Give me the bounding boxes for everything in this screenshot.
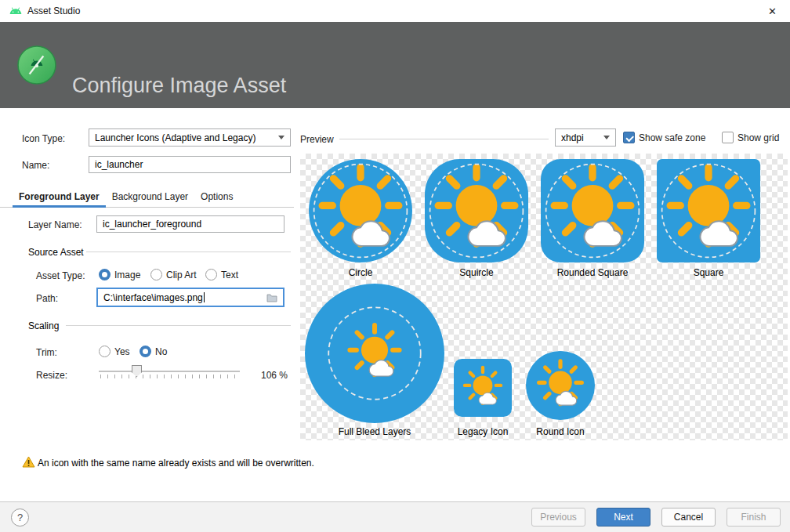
previous-button[interactable]: Previous [531, 508, 585, 527]
preview-tile-label: Round Icon [536, 426, 584, 437]
android-studio-logo-icon [17, 45, 56, 88]
resize-label: Resize: [36, 370, 67, 381]
tab-foreground-layer[interactable]: Foreground Layer [13, 186, 106, 208]
separator-line [66, 325, 291, 326]
layer-name-value: ic_launcher_foreground [103, 219, 201, 230]
scaling-section-label: Scaling [28, 320, 59, 331]
chevron-down-icon [278, 136, 284, 139]
radio-label: Image [114, 270, 140, 280]
path-label: Path: [36, 293, 58, 304]
button-row: Previous Next Cancel Finish [531, 508, 781, 527]
source-asset-section-label: Source Asset [28, 247, 84, 258]
text-caret [204, 292, 205, 302]
window-title: Asset Studio [27, 5, 80, 16]
preview-tile-label: Full Bleed Layers [339, 426, 411, 437]
full-bleed-icon-preview [305, 284, 444, 423]
checkbox-icon [722, 132, 734, 143]
warning-icon [22, 456, 35, 471]
radio-icon [205, 269, 217, 280]
legacy-icon-preview [454, 359, 512, 417]
layer-name-input[interactable]: ic_launcher_foreground [96, 215, 284, 233]
icon-type-dropdown[interactable]: Launcher Icons (Adaptive and Legacy) [89, 128, 291, 147]
preview-tile-square: Square [657, 159, 760, 278]
tab-options[interactable]: Options [194, 186, 239, 208]
adaptive-icon-squircle-preview [425, 159, 528, 262]
trim-label: Trim: [36, 347, 57, 358]
footer-bar: ? Previous Next Cancel Finish [0, 501, 790, 532]
radio-label: No [155, 346, 167, 357]
slider-track [99, 371, 240, 372]
title-bar: Asset Studio ✕ [0, 0, 790, 22]
next-button[interactable]: Next [596, 508, 650, 527]
preview-tile-label: Circle [349, 267, 373, 278]
radio-label: Clip Art [166, 270, 197, 280]
cancel-button[interactable]: Cancel [661, 508, 716, 527]
slider-ticks [100, 375, 240, 378]
preview-label: Preview [300, 134, 334, 145]
radio-icon [150, 269, 162, 280]
radio-selected-icon [99, 269, 111, 280]
radio-icon [99, 346, 111, 357]
asset-type-radio-clipart[interactable]: Clip Art [150, 269, 197, 280]
density-value: xhdpi [561, 132, 599, 143]
preview-tile-label: Legacy Icon [458, 426, 509, 437]
checkbox-label: Show safe zone [639, 132, 705, 143]
browse-folder-button[interactable] [264, 291, 280, 304]
radio-label: Yes [114, 346, 130, 357]
trim-radio-no[interactable]: No [140, 346, 167, 357]
icon-type-value: Launcher Icons (Adaptive and Legacy) [95, 132, 274, 143]
adaptive-icon-square-preview [657, 159, 760, 262]
tab-background-layer[interactable]: Background Layer [106, 186, 194, 208]
density-dropdown[interactable]: xhdpi [555, 128, 616, 147]
resize-value: 106 % [261, 370, 288, 381]
layer-tabs: Foreground Layer Background Layer Option… [0, 186, 294, 208]
name-label: Name: [22, 160, 49, 171]
adaptive-icon-rounded-square-preview [541, 159, 644, 262]
help-icon: ? [17, 512, 23, 523]
close-button[interactable]: ✕ [755, 0, 790, 22]
asset-studio-dialog: Asset Studio ✕ Configure Image Asset Ico… [0, 0, 790, 532]
android-icon [9, 5, 22, 17]
help-button[interactable]: ? [11, 508, 29, 527]
name-input[interactable]: ic_launcher [89, 156, 291, 173]
layer-name-label: Layer Name: [28, 219, 82, 230]
checkbox-label: Show grid [737, 132, 779, 143]
finish-button[interactable]: Finish [727, 508, 781, 527]
preview-tile-rounded-square: Rounded Square [541, 159, 644, 278]
folder-icon [266, 293, 277, 302]
name-value: ic_launcher [95, 159, 143, 170]
wizard-header: Configure Image Asset [0, 22, 790, 108]
icon-type-label: Icon Type: [22, 133, 65, 144]
separator-line [339, 139, 549, 139]
close-icon: ✕ [768, 5, 777, 17]
radio-selected-icon [140, 346, 151, 357]
chevron-down-icon [603, 136, 610, 139]
asset-type-label: Asset Type: [36, 270, 85, 281]
checkbox-checked-icon [623, 132, 635, 143]
adaptive-icon-circle-preview [309, 159, 412, 262]
preview-tile-circle: Circle [309, 159, 412, 278]
round-icon-preview [526, 351, 595, 420]
path-value: C:\interface\images.png [103, 292, 203, 303]
preview-board: Circle Squircle Rounded Square [300, 154, 788, 440]
adaptive-previews-row: Circle Squircle Rounded Square [300, 154, 760, 278]
preview-tile-label: Square [694, 267, 724, 278]
preview-tile-label: Squircle [459, 267, 493, 278]
preview-tile-label: Rounded Square [557, 267, 629, 278]
asset-type-radio-text[interactable]: Text [205, 269, 238, 280]
asset-type-radio-image[interactable]: Image [99, 269, 140, 280]
show-grid-checkbox[interactable]: Show grid [722, 132, 779, 143]
separator-line [86, 252, 291, 252]
preview-tile-legacy: Legacy Icon [454, 359, 512, 437]
preview-tile-squircle: Squircle [425, 159, 528, 278]
preview-tile-full-bleed: Full Bleed Layers [305, 284, 444, 437]
show-safe-zone-checkbox[interactable]: Show safe zone [623, 132, 705, 143]
preview-tile-round: Round Icon [526, 351, 595, 437]
path-input[interactable]: C:\interface\images.png [96, 288, 284, 307]
trim-radio-yes[interactable]: Yes [99, 346, 130, 357]
warning-message: An icon with the same name already exist… [38, 458, 314, 469]
page-title: Configure Image Asset [72, 74, 286, 98]
resize-slider[interactable] [99, 364, 240, 381]
radio-label: Text [221, 270, 238, 280]
